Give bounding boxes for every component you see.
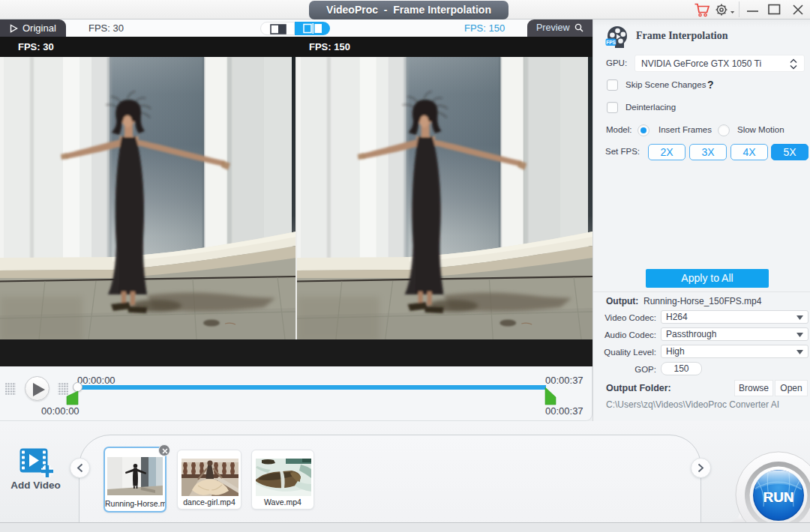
svg-text:RUN: RUN [763,489,794,505]
svg-text:FPS: FPS [606,40,616,45]
